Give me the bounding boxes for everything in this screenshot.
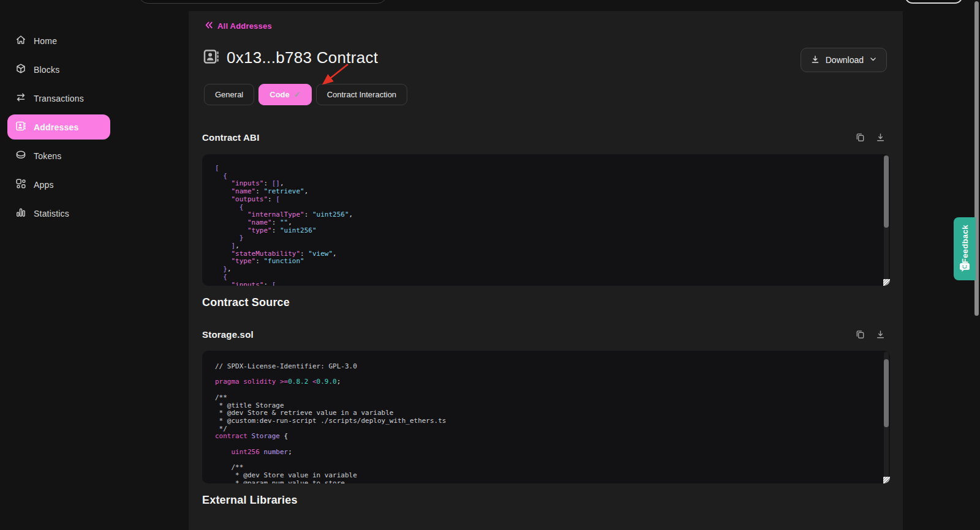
download-icon[interactable] xyxy=(875,132,886,143)
abi-resize-grip[interactable] xyxy=(883,279,890,286)
home-icon xyxy=(15,34,26,47)
download-label: Download xyxy=(826,55,864,65)
tab-bar: General Code ✓ Contract Interaction xyxy=(204,84,407,105)
tab-general[interactable]: General xyxy=(204,84,254,105)
feedback-button[interactable]: Feedback xyxy=(954,217,976,280)
addresses-icon xyxy=(15,121,26,133)
sidebar-item-transactions[interactable]: Transactions xyxy=(7,86,110,111)
download-button[interactable]: Download xyxy=(801,48,887,72)
main-content-panel: All Addresses 0x13...b783 Contract Downl… xyxy=(189,11,903,530)
statistics-icon xyxy=(15,207,26,220)
sidebar-item-label: Home xyxy=(34,36,57,46)
connect-wallet-button[interactable] xyxy=(905,0,963,4)
sidebar-item-apps[interactable]: Apps xyxy=(7,172,110,197)
feedback-label: Feedback xyxy=(960,225,970,263)
contract-abi-code: [ { "inputs": [], "name": "retrieve", "o… xyxy=(202,154,890,286)
source-scrollbar-track[interactable] xyxy=(884,352,889,482)
external-libraries-title: External Libraries xyxy=(202,494,298,507)
contract-abi-header: Contract ABI xyxy=(202,132,886,143)
storage-sol-title: Storage.sol xyxy=(202,329,254,340)
tokens-icon xyxy=(15,149,26,162)
sidebar-item-label: Blocks xyxy=(34,65,59,75)
sidebar-nav: Home Blocks Transactions Addresses Token… xyxy=(7,28,110,226)
double-chevron-left-icon xyxy=(204,21,213,31)
contract-abi-title: Contract ABI xyxy=(202,132,260,143)
contract-address-icon xyxy=(203,48,219,67)
tab-code[interactable]: Code ✓ xyxy=(258,84,311,105)
storage-sol-code-block: // SPDX-License-Identifier: GPL-3.0 prag… xyxy=(202,351,890,483)
apps-icon xyxy=(15,178,26,191)
download-icon xyxy=(810,54,820,66)
sidebar-item-label: Statistics xyxy=(34,209,69,218)
sidebar: Home Blocks Transactions Addresses Token… xyxy=(0,0,189,530)
feedback-chat-icon xyxy=(960,263,970,275)
tab-contract-interaction[interactable]: Contract Interaction xyxy=(316,84,407,105)
storage-sol-code: // SPDX-License-Identifier: GPL-3.0 prag… xyxy=(202,351,890,483)
abi-scrollbar-track[interactable] xyxy=(884,155,889,285)
storage-sol-header: Storage.sol xyxy=(202,329,886,340)
sidebar-item-statistics[interactable]: Statistics xyxy=(7,201,110,226)
source-resize-grip[interactable] xyxy=(883,477,890,483)
sidebar-item-label: Tokens xyxy=(34,151,62,161)
source-actions xyxy=(855,329,886,340)
chevron-down-icon xyxy=(869,55,877,65)
tab-label: Code xyxy=(270,90,290,99)
sidebar-item-tokens[interactable]: Tokens xyxy=(7,143,110,168)
sidebar-item-label: Apps xyxy=(34,180,54,190)
sidebar-item-home[interactable]: Home xyxy=(7,28,110,53)
sidebar-item-label: Addresses xyxy=(34,122,78,132)
abi-actions xyxy=(855,132,886,143)
blocks-icon xyxy=(15,63,26,76)
contract-source-title: Contract Source xyxy=(202,296,290,309)
sidebar-item-label: Transactions xyxy=(34,94,84,103)
page-title-row: 0x13...b783 Contract xyxy=(203,48,378,67)
breadcrumb-all-addresses[interactable]: All Addresses xyxy=(204,21,272,31)
transactions-icon xyxy=(15,92,26,105)
tab-label: General xyxy=(215,90,243,99)
tab-label: Contract Interaction xyxy=(327,90,396,99)
copy-icon[interactable] xyxy=(855,329,865,340)
sidebar-item-addresses[interactable]: Addresses xyxy=(7,114,110,140)
breadcrumb-label: All Addresses xyxy=(217,21,272,31)
abi-scrollbar-thumb[interactable] xyxy=(884,155,889,228)
checkmark-icon: ✓ xyxy=(294,90,301,99)
download-icon[interactable] xyxy=(875,329,886,340)
contract-abi-code-block: [ { "inputs": [], "name": "retrieve", "o… xyxy=(202,154,890,286)
page-title: 0x13...b783 Contract xyxy=(227,48,378,67)
sidebar-item-blocks[interactable]: Blocks xyxy=(7,57,110,82)
copy-icon[interactable] xyxy=(855,132,865,143)
source-scrollbar-thumb[interactable] xyxy=(884,359,889,427)
